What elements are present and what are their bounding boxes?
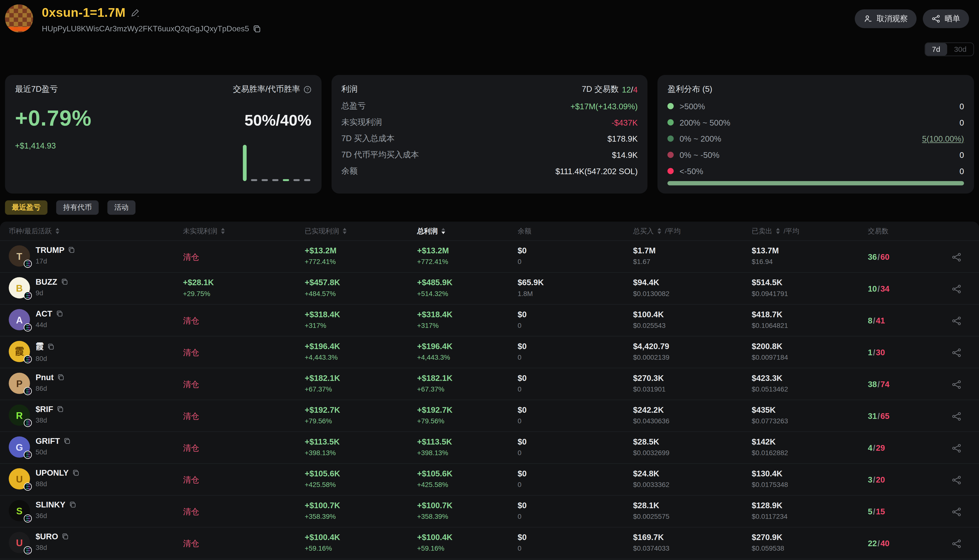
- share-row-icon[interactable]: [952, 507, 961, 517]
- profit-title: 利润: [341, 83, 357, 95]
- cleared-badge: 清仓: [183, 379, 199, 390]
- table-row[interactable]: A ACT 44d 清仓 +$318.4K +317% +$318.4K: [0, 305, 979, 337]
- range-7d[interactable]: 7d: [925, 43, 947, 56]
- wallet-avatar: [5, 5, 33, 33]
- copy-token-icon[interactable]: [62, 533, 69, 540]
- bought-cell: $242.2K $0.0430636: [633, 400, 752, 432]
- copy-address-icon[interactable]: [253, 25, 261, 33]
- sort-icon: [776, 228, 780, 234]
- col-total-profit[interactable]: 总利润: [417, 226, 517, 236]
- token-icon: U: [8, 468, 30, 490]
- bought-cell: $100.4K $0.025543: [633, 305, 752, 337]
- tab-recent-pnl[interactable]: 最近盈亏: [5, 200, 47, 215]
- wallet-dashboard: 0xsun-1=1.7M HUpPyLU8KWisCAr3mzWy2FKT6uu…: [0, 0, 979, 560]
- token-name[interactable]: Pnut: [35, 373, 53, 382]
- profit-row: 7D 买入总成本 $178.9K: [341, 134, 637, 143]
- token-icon: S: [8, 500, 30, 521]
- solana-badge: [24, 546, 32, 554]
- share-row-icon[interactable]: [952, 347, 961, 357]
- edit-name-icon[interactable]: [130, 8, 140, 18]
- share-row-icon[interactable]: [952, 379, 961, 389]
- token-cell: P Pnut 86d: [8, 368, 183, 400]
- tab-holdings[interactable]: 持有代币: [56, 200, 99, 215]
- share-row-icon[interactable]: [952, 538, 961, 548]
- table-row[interactable]: U UPONLY 88d 清仓 +$105.6K +425.58% +$105.: [0, 464, 979, 496]
- pnl-minichart: [243, 145, 310, 181]
- token-name[interactable]: BUZZ: [35, 277, 57, 287]
- copy-token-icon[interactable]: [68, 247, 75, 253]
- balance-cell: $0 0: [518, 527, 633, 559]
- balance-cell: $0 0: [518, 464, 633, 496]
- sold-cell: $435K $0.0773263: [752, 400, 868, 432]
- col-token[interactable]: 币种/最后活跃: [8, 226, 183, 236]
- solana-badge: [24, 514, 32, 523]
- share-row-icon[interactable]: [952, 443, 961, 453]
- token-last-active: 17d: [35, 257, 75, 265]
- cleared-badge: 清仓: [183, 315, 199, 327]
- recent-pnl-card: 最近7D盈亏 交易胜率/代币胜率 ? +0.79% 50%/40% +$1,41…: [5, 75, 321, 194]
- copy-token-icon[interactable]: [57, 374, 64, 381]
- table-header: 币种/最后活跃 未实现利润 已实现利润 总利润 余额 总买入 /平均: [0, 222, 979, 241]
- share-trade-button[interactable]: 晒单: [923, 9, 969, 28]
- col-sold[interactable]: 已卖出 /平均: [752, 226, 868, 236]
- distribution-row: 200% ~ 500% 0: [668, 117, 964, 127]
- col-realized[interactable]: 已实现利润: [305, 226, 417, 236]
- tab-activity[interactable]: 活动: [107, 200, 135, 215]
- token-last-active: 86d: [35, 385, 64, 392]
- winrate-title: 交易胜率/代币胜率: [233, 83, 300, 95]
- bucket-dot: [668, 103, 674, 109]
- token-cell: U $URO 38d: [8, 527, 183, 559]
- share-row-icon[interactable]: [952, 475, 961, 485]
- copy-token-icon[interactable]: [61, 278, 68, 285]
- table-row[interactable]: 霞 霞 80d 清仓 +$196.4K +4,443.3% +$196.4K: [0, 337, 979, 368]
- copy-token-icon[interactable]: [69, 501, 76, 508]
- token-name[interactable]: UPONLY: [35, 468, 68, 478]
- unrealized-cell: +$28.1K +29.75%: [183, 273, 304, 305]
- trades-cell: 1/30: [868, 337, 937, 368]
- unwatch-button[interactable]: 取消观察: [855, 9, 917, 28]
- pnl-percent: +0.79%: [15, 106, 92, 130]
- table-row[interactable]: U $URO 38d 清仓 +$100.4K +59.16% +$100.4K: [0, 527, 979, 559]
- total-profit-cell: +$192.7K +79.56%: [417, 400, 517, 432]
- copy-token-icon[interactable]: [73, 470, 80, 477]
- token-last-active: 36d: [35, 512, 76, 519]
- pnl-bar: [243, 145, 247, 181]
- token-name[interactable]: SLINKY: [35, 500, 65, 510]
- token-name[interactable]: GRIFT: [35, 437, 60, 446]
- table-row[interactable]: G GRIFT 50d 清仓 +$113.5K +398.13% +$113.5: [0, 432, 979, 464]
- help-icon[interactable]: ?: [303, 85, 311, 93]
- copy-token-icon[interactable]: [63, 438, 70, 445]
- token-name[interactable]: $RIF: [35, 405, 53, 414]
- copy-token-icon[interactable]: [47, 343, 54, 350]
- copy-token-icon[interactable]: [57, 406, 64, 413]
- token-name[interactable]: TRUMP: [35, 245, 64, 255]
- share-row-icon[interactable]: [952, 284, 961, 293]
- realized-cell: +$457.8K +484.57%: [305, 273, 417, 305]
- token-name[interactable]: $URO: [35, 532, 58, 541]
- range-30d[interactable]: 30d: [947, 43, 973, 56]
- table-row[interactable]: B BUZZ 9d +$28.1K +29.75% +$457.8K +484.…: [0, 273, 979, 305]
- share-row-icon[interactable]: [952, 315, 961, 325]
- token-cell: U UPONLY 88d: [8, 464, 183, 496]
- sort-icon: [441, 228, 445, 234]
- table-row[interactable]: S SLINKY 36d 清仓 +$100.7K +358.39% +$100.: [0, 496, 979, 527]
- bucket-link[interactable]: 5(100.00%): [922, 134, 964, 143]
- col-unrealized[interactable]: 未实现利润: [183, 226, 304, 236]
- table-row[interactable]: R $RIF 38d 清仓 +$192.7K +79.56% +$192.7K: [0, 400, 979, 432]
- share-row-icon[interactable]: [952, 252, 961, 262]
- list-tabs: 最近盈亏 持有代币 活动: [5, 200, 974, 215]
- token-last-active: 38d: [35, 544, 68, 551]
- table-row[interactable]: T TRUMP 17d 清仓 +$13.2M +772.41% +$13.2M: [0, 241, 979, 273]
- col-bought[interactable]: 总买入 /平均: [633, 226, 752, 236]
- token-name[interactable]: 霞: [35, 341, 44, 352]
- txs-loss: 4: [633, 85, 637, 94]
- bucket-dot: [668, 119, 674, 125]
- trades-cell: 31/65: [868, 400, 937, 432]
- token-name[interactable]: ACT: [35, 309, 52, 318]
- table-row[interactable]: P Pnut 86d 清仓 +$182.1K +67.37% +$182.1K: [0, 368, 979, 400]
- share-row-icon[interactable]: [952, 411, 961, 421]
- sold-cell: $130.4K $0.0175348: [752, 464, 868, 496]
- total-profit-cell: +$485.9K +514.32%: [417, 273, 517, 305]
- sold-cell: $418.7K $0.1064821: [752, 305, 868, 337]
- copy-token-icon[interactable]: [56, 310, 63, 317]
